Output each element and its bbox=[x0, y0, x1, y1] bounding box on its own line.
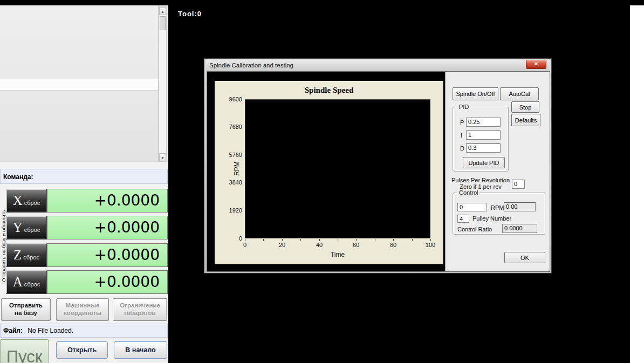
dro-row-a: A сброс +0.0000 bbox=[6, 270, 168, 294]
soft-limits-button[interactable]: Ограничение габаритов bbox=[113, 298, 167, 321]
pulses-label-line2: Zero if 1 per rev bbox=[446, 183, 516, 190]
x-tick-label: 20 bbox=[274, 242, 290, 248]
file-status-bar: Файл: No File Loaded. bbox=[0, 324, 168, 338]
x-tick-label: 80 bbox=[385, 242, 401, 248]
dro-row-x: X сброс +0.0000 bbox=[6, 189, 168, 213]
y-tick-label: 7680 bbox=[220, 124, 242, 130]
dialog-titlebar[interactable]: Spindle Calibration and testing bbox=[206, 60, 550, 71]
ok-button[interactable]: OK bbox=[504, 252, 545, 263]
defaults-button[interactable]: Defaults bbox=[511, 114, 540, 126]
pid-group-label: PID bbox=[457, 104, 470, 110]
axis-letter: Z bbox=[13, 248, 22, 262]
stop-button[interactable]: Stop bbox=[511, 101, 539, 113]
a-zero-button[interactable]: A сброс bbox=[6, 270, 47, 294]
axis-letter: A bbox=[13, 275, 23, 289]
dialog-controls-panel: Spindle On/Off AutoCal Stop Defaults PID… bbox=[445, 72, 550, 271]
dro-row-z: Z сброс +0.0000 bbox=[6, 243, 168, 267]
p-input[interactable]: 0.25 bbox=[466, 118, 501, 127]
file-value: No File Loaded. bbox=[28, 327, 73, 334]
scroll-down-icon[interactable]: ▼ bbox=[159, 153, 166, 161]
chart-y-axis-label: RPM bbox=[233, 160, 240, 178]
machine-coords-button[interactable]: Машинные координаты bbox=[56, 298, 109, 321]
pid-groupbox: PID P 0.25 I 1 D 0.3 Update PID bbox=[453, 107, 509, 172]
axis-letter: X bbox=[13, 194, 23, 207]
d-label: D bbox=[460, 145, 464, 152]
x-zero-button[interactable]: X сброс bbox=[6, 189, 47, 213]
command-label: Команда: bbox=[3, 173, 33, 181]
control-group-label: Control bbox=[457, 189, 479, 196]
dro-row-y: Y сброс +0.0000 bbox=[6, 216, 168, 239]
x-tick-label: 100 bbox=[422, 242, 439, 248]
x-dro-value[interactable]: +0.0000 bbox=[47, 189, 168, 213]
x-tick-label: 40 bbox=[311, 242, 327, 248]
rpm-label: RPM bbox=[491, 204, 504, 211]
axis-reset-label: сброс bbox=[24, 281, 40, 287]
file-label: Файл: bbox=[3, 327, 23, 334]
y-tick-label: 0 bbox=[220, 235, 242, 242]
z-zero-button[interactable]: Z сброс bbox=[6, 243, 47, 267]
command-field[interactable]: Команда: bbox=[0, 169, 168, 184]
y-dro-value[interactable]: +0.0000 bbox=[47, 216, 168, 239]
z-dro-value[interactable]: +0.0000 bbox=[47, 243, 168, 267]
i-input[interactable]: 1 bbox=[466, 131, 501, 140]
y-tick-label: 1920 bbox=[220, 207, 242, 214]
control-ratio-display: 0.0000 bbox=[502, 224, 537, 233]
spindle-speed-chart: Spindle Speed RPM 9600 7680 5760 3840 19… bbox=[215, 81, 443, 264]
rpm-setpoint-input[interactable]: 0 bbox=[457, 203, 487, 211]
pulses-label-line1: Pulses Per Revolution bbox=[446, 177, 516, 183]
y-tick-label: 9600 bbox=[220, 96, 242, 102]
control-groupbox: Control 0 RPM 0.00 4 Pulley Number Contr… bbox=[453, 193, 545, 235]
scrollbar-thumb[interactable] bbox=[160, 16, 166, 30]
close-icon[interactable]: ✕ bbox=[526, 60, 546, 69]
rpm-actual-display: 0.00 bbox=[504, 202, 536, 211]
left-panel: ▲ ▼ Команда: Отправить на базу и обнулит… bbox=[0, 5, 168, 363]
gcode-list[interactable] bbox=[0, 5, 159, 162]
pulses-per-revolution-label: Pulses Per Revolution Zero if 1 per rev bbox=[446, 177, 516, 190]
p-label: P bbox=[460, 119, 464, 126]
rewind-button[interactable]: В начало bbox=[114, 341, 167, 359]
gcode-scrollbar[interactable]: ▲ ▼ bbox=[159, 6, 167, 162]
chart-title: Spindle Speed bbox=[215, 86, 443, 95]
button-label-line: на базу bbox=[2, 310, 50, 317]
pulley-number-label: Pulley Number bbox=[472, 215, 511, 222]
tool-readout: Tool:0 bbox=[178, 10, 202, 18]
autocal-button[interactable]: AutoCal bbox=[500, 87, 539, 100]
a-dro-value[interactable]: +0.0000 bbox=[47, 270, 168, 294]
i-label: I bbox=[461, 132, 462, 139]
scroll-up-icon[interactable]: ▲ bbox=[159, 7, 166, 15]
y-zero-button[interactable]: Y сброс bbox=[6, 216, 47, 239]
goto-home-button[interactable]: Отправить на базу bbox=[1, 298, 51, 321]
axis-reset-label: сброс bbox=[24, 227, 40, 233]
axis-reset-label: сброс bbox=[23, 254, 39, 261]
d-input[interactable]: 0.3 bbox=[466, 143, 501, 153]
y-tick-label: 3840 bbox=[220, 179, 242, 186]
pulses-per-rev-input[interactable]: 0 bbox=[512, 180, 525, 189]
axis-letter: Y bbox=[13, 221, 23, 234]
axis-reset-label: сброс bbox=[24, 200, 40, 206]
button-label-line: габаритов bbox=[113, 310, 167, 317]
mach3-window: Tool:0 ▲ ▼ Команда: Отправить на базу и … bbox=[0, 0, 644, 363]
chart-plot-area bbox=[245, 99, 430, 238]
cycle-start-button[interactable]: Пуск bbox=[0, 339, 49, 363]
button-label-line: Отправить bbox=[2, 302, 50, 310]
pulley-number-input[interactable]: 4 bbox=[457, 215, 469, 223]
spindle-onoff-button[interactable]: Spindle On/Off bbox=[453, 87, 498, 100]
control-ratio-label: Control Ratio bbox=[457, 226, 492, 232]
update-pid-button[interactable]: Update PID bbox=[463, 157, 505, 168]
open-file-button[interactable]: Открыть bbox=[56, 341, 108, 359]
x-tick-label: 0 bbox=[237, 242, 253, 248]
spindle-calibration-dialog: Spindle Calibration and testing ✕ Spindl… bbox=[204, 58, 552, 273]
x-axis-tick-marks bbox=[245, 239, 431, 241]
chart-x-axis-label: Time bbox=[245, 251, 430, 258]
y-tick-label: 5760 bbox=[220, 152, 242, 158]
button-label-line: Ограничение bbox=[113, 302, 167, 310]
button-label-line: Машинные bbox=[57, 302, 108, 310]
button-label-line: координаты bbox=[57, 310, 108, 317]
gcode-selected-line bbox=[0, 79, 158, 91]
dialog-client-area: Spindle Speed RPM 9600 7680 5760 3840 19… bbox=[207, 71, 550, 272]
x-tick-label: 60 bbox=[348, 242, 364, 248]
